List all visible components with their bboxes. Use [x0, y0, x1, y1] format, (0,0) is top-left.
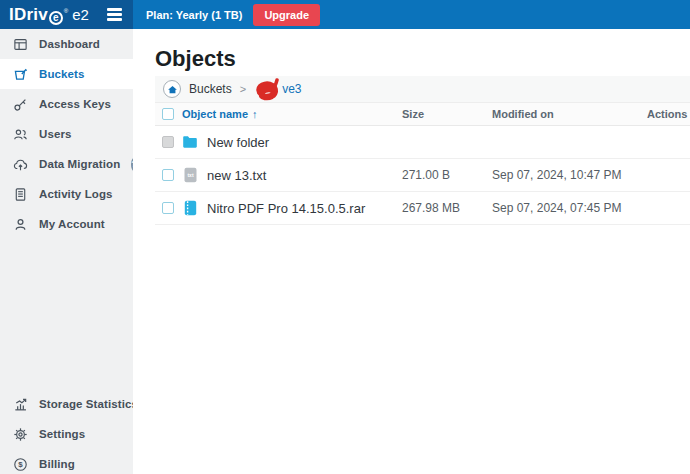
- column-header-object-name[interactable]: Object name ↑: [182, 108, 402, 120]
- sidebar-item-settings[interactable]: Settings: [0, 419, 133, 449]
- sidebar-item-label: Data Migration: [39, 158, 120, 170]
- txt-file-icon: txt: [182, 167, 198, 183]
- registered-mark: ®: [64, 8, 68, 14]
- breadcrumb: Buckets > ve3: [155, 76, 690, 103]
- sidebar-item-label: Buckets: [39, 68, 84, 80]
- row-checkbox: [162, 136, 174, 148]
- sidebar-item-label: Storage Statistics: [39, 398, 133, 410]
- sidebar-item-buckets[interactable]: Buckets: [0, 59, 133, 89]
- upgrade-button[interactable]: Upgrade: [253, 4, 320, 26]
- object-size: 267.98 MB: [402, 201, 492, 215]
- select-all-checkbox[interactable]: [162, 108, 174, 120]
- sidebar-item-label: Dashboard: [39, 38, 100, 50]
- svg-text:$: $: [18, 460, 23, 469]
- rar-file-icon: [182, 200, 198, 216]
- logo-area: IDrive®e2: [0, 0, 133, 29]
- folder-icon: [182, 134, 198, 150]
- column-header-size: Size: [402, 108, 492, 120]
- sidebar-item-label: Billing: [39, 458, 75, 470]
- row-checkbox[interactable]: [162, 202, 174, 214]
- sidebar-item-label: Activity Logs: [39, 188, 113, 200]
- sidebar-footer: Storage Statistics Settings $ Billing: [0, 389, 133, 474]
- sidebar-item-label: Access Keys: [39, 98, 111, 110]
- sidebar-item-activity-logs[interactable]: Activity Logs: [0, 179, 133, 209]
- object-modified: Sep 07, 2024, 10:47 PM: [492, 168, 647, 182]
- lock-e-icon: e: [49, 11, 63, 25]
- sidebar-item-label: Settings: [39, 428, 85, 440]
- sidebar-item-dashboard[interactable]: Dashboard: [0, 29, 133, 59]
- idrive-e2-logo: IDrive®e2: [9, 6, 89, 24]
- page-title: Objects: [133, 29, 690, 76]
- object-size: 271.00 B: [402, 168, 492, 182]
- sidebar-item-users[interactable]: Users: [0, 119, 133, 149]
- document-icon: [12, 186, 28, 202]
- cloud-migration-icon: [12, 156, 28, 172]
- sort-ascending-icon: ↑: [252, 108, 258, 120]
- sidebar-item-data-migration[interactable]: Data Migration ?: [0, 149, 133, 179]
- column-header-actions: Actions: [647, 108, 687, 120]
- plan-label: Plan: Yearly (1 TB): [146, 9, 242, 21]
- sidebar-item-my-account[interactable]: My Account: [0, 209, 133, 239]
- dollar-icon: $: [12, 456, 28, 472]
- hamburger-menu-icon[interactable]: [107, 8, 122, 21]
- bucket-home-icon[interactable]: [163, 80, 181, 98]
- table-row-rar-file: Nitro PDF Pro 14.15.0.5.rar 267.98 MB Se…: [155, 192, 690, 225]
- main-content: Objects Buckets > ve3 Object name ↑ Size…: [133, 29, 690, 474]
- breadcrumb-separator: >: [240, 83, 246, 95]
- svg-text:txt: txt: [187, 172, 193, 178]
- logo-text: IDriv: [9, 6, 48, 23]
- column-header-modified: Modified on: [492, 108, 647, 120]
- person-icon: [12, 216, 28, 232]
- sidebar-item-storage-statistics[interactable]: Storage Statistics: [0, 389, 133, 419]
- sidebar-item-access-keys[interactable]: Access Keys: [0, 89, 133, 119]
- object-name-link[interactable]: New folder: [207, 135, 269, 150]
- top-bar: IDrive®e2 Plan: Yearly (1 TB) Upgrade: [0, 0, 690, 29]
- breadcrumb-current-bucket[interactable]: ve3: [254, 77, 301, 102]
- table-header-row: Object name ↑ Size Modified on Actions: [155, 103, 690, 126]
- breadcrumb-buckets-link[interactable]: Buckets: [189, 82, 232, 96]
- table-row-txt-file: txt new 13.txt 271.00 B Sep 07, 2024, 10…: [155, 159, 690, 192]
- key-icon: [12, 96, 28, 112]
- bucket-icon: [12, 66, 28, 82]
- red-redaction-scribble: [252, 78, 286, 103]
- sidebar-item-label: My Account: [39, 218, 105, 230]
- sidebar-item-billing[interactable]: $ Billing: [0, 449, 133, 474]
- sidebar: Dashboard Buckets Access Keys Users Data…: [0, 29, 133, 474]
- objects-table: Object name ↑ Size Modified on Actions N…: [155, 103, 690, 225]
- sidebar-item-label: Users: [39, 128, 71, 140]
- row-checkbox[interactable]: [162, 169, 174, 181]
- users-icon: [12, 126, 28, 142]
- logo-suffix: e2: [72, 7, 89, 22]
- gear-icon: [12, 426, 28, 442]
- object-modified: Sep 07, 2024, 07:45 PM: [492, 201, 647, 215]
- dashboard-icon: [12, 36, 28, 52]
- table-row-folder: New folder: [155, 126, 690, 159]
- bar-chart-icon: [12, 396, 28, 412]
- object-name-link[interactable]: Nitro PDF Pro 14.15.0.5.rar: [207, 201, 365, 216]
- object-name-link[interactable]: new 13.txt: [207, 168, 266, 183]
